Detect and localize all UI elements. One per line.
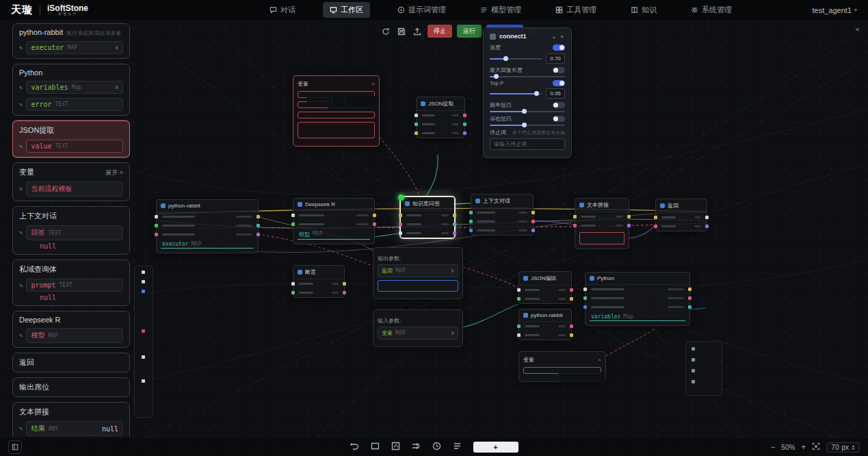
fit-view-icon[interactable] <box>812 442 820 452</box>
node-title-bar[interactable]: python-rabbit <box>157 200 258 212</box>
output-port[interactable] <box>705 216 709 219</box>
field-box[interactable]: executorMAP∧ <box>26 41 123 54</box>
nav-item-5[interactable]: 工具管理 <box>549 2 603 18</box>
strip-port[interactable] <box>142 280 145 283</box>
canvas-form-变量[interactable]: 变量× <box>518 351 606 382</box>
slider-knob[interactable] <box>522 109 527 114</box>
expand-link[interactable]: 展开 > <box>105 168 123 177</box>
field-box[interactable]: 回答TEXT <box>26 225 123 240</box>
input-port[interactable] <box>399 231 402 235</box>
slider-knob[interactable] <box>522 123 527 127</box>
field-box[interactable]: 模型MAP <box>26 328 123 343</box>
param-slider[interactable]: 0.95 <box>490 88 565 99</box>
panel-field[interactable]: ✎variablesMap∧ <box>19 81 123 94</box>
param-toggle[interactable] <box>553 67 565 73</box>
node-title-bar[interactable]: 文本拼接 <box>575 199 629 212</box>
output-port[interactable] <box>257 215 260 218</box>
nav-item-1[interactable]: 对话 <box>263 2 302 18</box>
workflow-canvas[interactable]: python-rabbitexecutorMAPDeepseek R模型MAP知… <box>0 0 868 456</box>
output-port[interactable] <box>453 231 456 235</box>
node-title-bar[interactable]: 返回 <box>656 199 707 213</box>
slider-track[interactable] <box>490 93 542 94</box>
canvas-node-JSON提取[interactable]: JSON提取 <box>416 97 465 138</box>
output-port[interactable] <box>627 224 631 227</box>
panel-field[interactable]: ✎模型MAP <box>19 328 123 343</box>
param-toggle[interactable] <box>553 45 565 51</box>
param-slider[interactable]: 0.70 <box>490 53 565 64</box>
zoom-in-button[interactable]: + <box>801 442 806 452</box>
left-panel-9[interactable]: 输出席位 <box>12 377 130 397</box>
nav-item-6[interactable]: 知识 <box>624 2 663 18</box>
param-slider[interactable] <box>490 111 565 112</box>
field-box[interactable]: 当前流程模板 <box>26 181 123 197</box>
canvas-node-JSON编辑[interactable]: JSON编辑 <box>518 271 572 304</box>
param-slider[interactable] <box>490 76 565 77</box>
zoom-out-button[interactable]: − <box>770 442 775 452</box>
output-port[interactable] <box>453 214 456 217</box>
param-toggle[interactable] <box>553 102 565 108</box>
strip-port[interactable] <box>142 329 145 333</box>
input-port[interactable] <box>155 233 158 236</box>
slider-knob[interactable] <box>534 91 539 96</box>
mini-node[interactable] <box>685 341 722 396</box>
input-port[interactable] <box>469 220 473 223</box>
left-panel-3[interactable]: JSON提取✎valueTEXT <box>12 121 130 157</box>
canvas-node-Deepseek R[interactable]: Deepseek R模型MAP <box>293 198 375 244</box>
input-port[interactable] <box>291 282 295 286</box>
canvas-form-panel[interactable]: 输入参数:变量MAP∨ <box>373 309 463 347</box>
param-toggle[interactable] <box>553 116 565 122</box>
input-port[interactable] <box>399 223 402 226</box>
save-icon[interactable] <box>396 26 407 37</box>
canvas-node-python-rabbit[interactable]: python-rabbit <box>518 309 572 340</box>
panel-toggle-icon[interactable] <box>8 440 22 454</box>
output-port[interactable] <box>257 233 260 236</box>
nav-item-3[interactable]: 提示词管理 <box>391 2 453 18</box>
frame-icon[interactable] <box>371 441 380 453</box>
strip-port[interactable] <box>142 355 145 359</box>
output-port[interactable] <box>343 291 346 294</box>
input-port[interactable] <box>155 224 158 227</box>
add-node-button[interactable]: + <box>473 442 518 453</box>
nav-item-7[interactable]: 系统管理 <box>684 2 739 18</box>
canvas-node-知识库问答[interactable]: 知识库问答 <box>400 197 455 238</box>
param-toggle[interactable] <box>553 80 565 86</box>
stop-words-input[interactable]: 请输入停止词 <box>490 138 565 150</box>
left-panel-7[interactable]: Deepseek R✎模型MAP <box>12 311 130 348</box>
input-port[interactable] <box>517 333 521 337</box>
canvas-node-断言[interactable]: 断言 <box>293 265 345 298</box>
input-port[interactable] <box>654 225 657 228</box>
node-title-bar[interactable]: 断言 <box>293 266 344 279</box>
stop-button[interactable]: 停止 <box>428 25 452 38</box>
output-port[interactable] <box>463 114 466 117</box>
canvas-node-上下文对话[interactable]: 上下文对话 <box>471 194 534 236</box>
input-port[interactable] <box>469 211 473 214</box>
form-select[interactable]: 返回MAP∨ <box>378 264 458 277</box>
history-icon[interactable] <box>432 441 441 453</box>
error-box[interactable] <box>298 122 375 138</box>
node-title-bar[interactable]: JSON提取 <box>417 97 464 111</box>
input-port[interactable] <box>517 325 521 328</box>
output-port[interactable] <box>531 211 535 214</box>
left-panel-10[interactable]: 文本拼接✎结果ANYnull <box>12 402 130 437</box>
output-port[interactable] <box>373 214 376 217</box>
input-port[interactable] <box>583 288 587 291</box>
output-port[interactable] <box>688 296 692 300</box>
collapse-caret-icon[interactable]: ∧ <box>115 45 118 51</box>
slider-knob[interactable] <box>503 56 508 61</box>
grid-size-stepper[interactable]: 70 px ▲▼ <box>826 442 860 453</box>
panel-field[interactable]: ✎promptTEXT <box>19 279 123 292</box>
strip-port[interactable] <box>142 270 145 274</box>
annotate-icon[interactable] <box>391 441 400 453</box>
input-port[interactable] <box>583 305 587 309</box>
field-box[interactable]: variablesMap∧ <box>26 81 123 94</box>
input-port[interactable] <box>415 131 418 135</box>
input-port[interactable] <box>573 215 577 218</box>
canvas-form-panel[interactable]: 输出参数:返回MAP∨ <box>373 247 463 299</box>
node-title-bar[interactable]: Deepseek R <box>293 199 374 211</box>
input-port[interactable] <box>517 288 521 292</box>
input-port[interactable] <box>291 214 295 217</box>
panel-field[interactable]: ✎executorMAP∧ <box>19 41 123 54</box>
output-port[interactable] <box>343 282 346 286</box>
panel-field[interactable]: ✎回答TEXT <box>19 225 123 240</box>
collapsed-node-strip[interactable] <box>134 266 153 418</box>
